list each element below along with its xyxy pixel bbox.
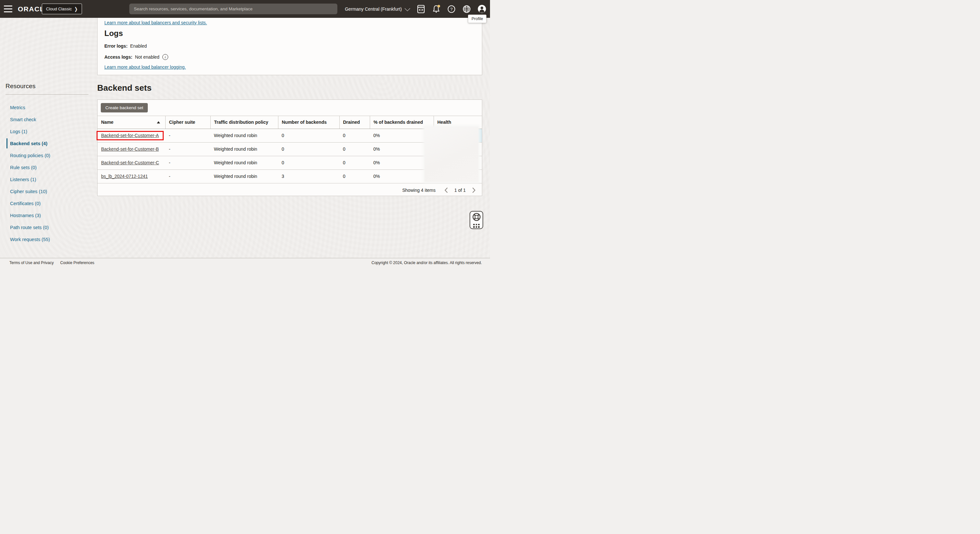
terms-link[interactable]: Terms of Use and Privacy	[10, 261, 54, 265]
page-content: Resources Metrics Smart check Logs (1) B…	[0, 18, 490, 258]
copyright-text: Copyright © 2024, Oracle and/or its affi…	[371, 261, 482, 265]
cloud-classic-label: Cloud Classic	[46, 6, 72, 11]
cloud-classic-button[interactable]: Cloud Classic ❯	[42, 3, 82, 14]
cloud-classic-chevron-icon: ❯	[74, 6, 78, 11]
cookie-preferences-link[interactable]: Cookie Preferences	[60, 261, 94, 265]
sort-ascending-icon	[157, 121, 160, 124]
notifications-bell-icon[interactable]	[432, 5, 441, 13]
annotation-red-box	[97, 131, 164, 140]
region-chevron-down-icon	[405, 5, 410, 11]
logging-link-row: Learn more about load balancer logging.	[104, 65, 475, 70]
sidebar-item-certificates[interactable]: Certificates (0)	[0, 197, 97, 209]
sidebar-item-metrics[interactable]: Metrics	[0, 102, 97, 113]
svg-text:?: ?	[450, 6, 452, 11]
sidebar-list: Metrics Smart check Logs (1) Backend set…	[0, 102, 97, 245]
column-header-name[interactable]: Name	[97, 116, 165, 129]
search-input[interactable]	[129, 3, 337, 14]
pagination-prev-icon[interactable]	[443, 187, 450, 194]
create-backend-set-button[interactable]: Create backend set	[101, 103, 148, 113]
redaction-blur	[425, 127, 478, 182]
security-lists-link[interactable]: Learn more about load balancers and secu…	[104, 20, 207, 25]
global-search	[129, 3, 337, 14]
backend-set-link[interactable]: bs_lb_2024-0712-1241	[101, 174, 148, 179]
lb-logging-link[interactable]: Learn more about load balancer logging.	[104, 65, 186, 70]
access-logs-row: Access logs: Not enabled i	[104, 54, 475, 60]
developer-console-icon[interactable]	[417, 5, 425, 13]
sidebar-item-listeners[interactable]: Listeners (1)	[0, 173, 97, 185]
region-selector[interactable]: Germany Central (Frankfurt)	[345, 6, 409, 12]
column-header-pct-drained[interactable]: % of backends drained	[370, 116, 434, 129]
error-logs-value: Enabled	[130, 43, 147, 49]
sidebar-item-backend-sets[interactable]: Backend sets (4)	[0, 137, 97, 149]
profile-avatar-icon[interactable]	[478, 5, 486, 13]
error-logs-label: Error logs:	[104, 43, 128, 49]
sidebar-item-logs[interactable]: Logs (1)	[0, 126, 97, 137]
backend-sets-title: Backend sets	[97, 83, 152, 93]
backend-set-link[interactable]: Backend-set-for-Customer-C	[101, 160, 159, 165]
sidebar-item-rule-sets[interactable]: Rule sets (0)	[0, 161, 97, 173]
topbar: ORACLE Cloud Cloud Classic ❯ Germany Cen…	[0, 0, 490, 18]
notification-badge	[438, 5, 440, 8]
lifebuoy-icon	[472, 213, 481, 222]
region-label: Germany Central (Frankfurt)	[345, 6, 402, 12]
sidebar-item-hostnames[interactable]: Hostnames (3)	[0, 209, 97, 221]
column-header-cipher-suite[interactable]: Cipher suite	[165, 116, 210, 129]
sidebar-item-smart-check[interactable]: Smart check	[0, 113, 97, 126]
profile-tooltip-label: Profile	[471, 16, 483, 21]
showing-items-text: Showing 4 items	[402, 188, 436, 193]
sidebar-item-path-route-sets[interactable]: Path route sets (0)	[0, 221, 97, 233]
logs-title: Logs	[104, 29, 475, 38]
logs-card: Learn more about load balancers and secu…	[97, 18, 482, 75]
info-icon[interactable]: i	[162, 54, 168, 60]
sidebar-divider	[5, 94, 89, 95]
profile-tooltip: Profile	[468, 14, 487, 23]
column-header-number-of-backends[interactable]: Number of backends	[278, 116, 339, 129]
column-header-traffic-policy[interactable]: Traffic distribution policy	[210, 116, 278, 129]
column-header-drained[interactable]: Drained	[339, 116, 370, 129]
access-logs-value: Not enabled	[135, 54, 159, 60]
error-logs-row: Error logs: Enabled	[104, 43, 475, 49]
page-indicator: 1 of 1	[454, 188, 466, 193]
access-logs-label: Access logs:	[104, 54, 132, 60]
help-icon[interactable]: ?	[447, 5, 456, 13]
dots-grid-icon	[473, 224, 480, 228]
footer: Terms of Use and Privacy Cookie Preferen…	[0, 258, 490, 267]
pagination-next-icon[interactable]	[470, 187, 477, 194]
sidebar-item-routing-policies[interactable]: Routing policies (0)	[0, 149, 97, 161]
sidebar-title: Resources	[5, 83, 36, 90]
hamburger-menu-icon[interactable]	[4, 5, 12, 12]
sidebar-item-cipher-suites[interactable]: Cipher suites (10)	[0, 185, 97, 197]
support-widget-button[interactable]	[469, 211, 483, 229]
table-toolbar: Create backend set	[97, 100, 482, 116]
language-globe-icon[interactable]	[463, 5, 471, 13]
backend-set-link[interactable]: Backend-set-for-Customer-B	[101, 146, 159, 152]
topbar-right-group: Germany Central (Frankfurt) ?	[345, 0, 486, 18]
sidebar-item-work-requests[interactable]: Work requests (55)	[0, 233, 97, 245]
pagination-bar: Showing 4 items 1 of 1	[97, 183, 482, 197]
